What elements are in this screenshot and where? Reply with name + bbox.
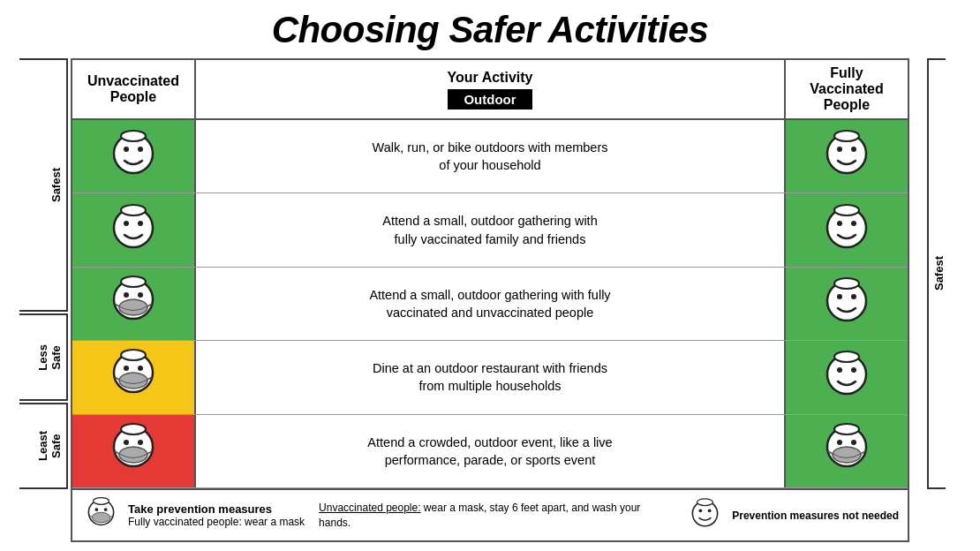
right-cell-1: [784, 120, 908, 192]
activity-text-2: Attend a small, outdoor gathering withfu…: [382, 212, 597, 248]
face-block-right-3: [786, 268, 908, 340]
svg-point-28: [124, 366, 129, 371]
left-cell-2: [72, 193, 196, 266]
less-safe-label-left: LessSafe: [36, 344, 63, 371]
table-row: Attend a crowded, outdoor event, like a …: [72, 415, 908, 488]
svg-point-53: [94, 508, 98, 511]
svg-point-48: [834, 424, 859, 434]
footer-prevention-text: Take prevention measures Fully vaccinate…: [128, 502, 305, 528]
footer-left: Take prevention measures Fully vaccinate…: [81, 495, 305, 535]
svg-point-15: [834, 205, 859, 215]
svg-point-14: [851, 221, 856, 226]
svg-point-2: [138, 147, 143, 152]
svg-point-35: [837, 367, 842, 373]
face-icon-right-5-masked: [816, 420, 878, 482]
footer-center: Unvaccinated people: wear a mask, stay 6…: [319, 501, 671, 531]
svg-point-31: [119, 373, 147, 389]
svg-point-46: [837, 440, 842, 445]
face-icon-right-3: [816, 273, 878, 335]
page: Choosing Safer Activities Safest LessSaf…: [0, 0, 980, 551]
your-activity-label: Your Activity: [448, 70, 533, 86]
activity-text-4: Dine at an outdoor restaurant with frien…: [373, 359, 607, 396]
table-row: Attend a small, outdoor gathering withfu…: [72, 193, 908, 267]
safest-label-left: Safest: [49, 168, 63, 202]
face-icon-right-4: [816, 346, 878, 408]
svg-point-47: [851, 440, 856, 445]
activity-cell-3: Attend a small, outdoor gathering with f…: [196, 268, 784, 340]
center-note: Unvaccinated people: wear a mask, stay 6…: [319, 502, 640, 529]
footer-no-mask-icon: [685, 495, 725, 535]
svg-point-5: [837, 147, 842, 152]
right-cell-2: [784, 193, 908, 266]
face-icon-right-1: [816, 125, 878, 187]
activity-cell-4: Dine at an outdoor restaurant with frien…: [196, 341, 784, 413]
activity-cell-1: Walk, run, or bike outdoors with members…: [196, 120, 784, 192]
svg-point-25: [851, 294, 856, 299]
svg-point-18: [138, 292, 143, 298]
face-block-left-4: [72, 341, 194, 413]
right-cell-4: [784, 341, 908, 413]
svg-point-37: [834, 351, 859, 362]
main-title: Choosing Safer Activities: [18, 9, 962, 51]
svg-point-36: [851, 367, 856, 373]
right-cell-5: [784, 415, 908, 487]
left-cell-4: [72, 341, 196, 413]
svg-point-19: [121, 276, 146, 287]
svg-point-17: [124, 292, 129, 298]
left-cell-5: [72, 415, 196, 487]
face-icon-left-3-masked: [102, 273, 164, 335]
svg-point-41: [121, 424, 146, 434]
svg-point-24: [837, 294, 842, 299]
face-icon-left-1: [102, 125, 164, 187]
face-block-left-1: [72, 120, 194, 192]
footer-mask-icon: [81, 495, 121, 535]
svg-point-60: [699, 509, 703, 512]
face-block-left-3: [72, 268, 194, 340]
least-safe-label-left: LeastSafe: [36, 431, 63, 461]
table-row: Dine at an outdoor restaurant with frien…: [72, 341, 908, 414]
face-block-left-2: [72, 193, 194, 266]
svg-point-30: [121, 350, 146, 360]
no-prevention-label: Prevention measures not needed: [732, 509, 899, 522]
svg-point-61: [708, 509, 712, 512]
left-cell-1: [72, 120, 196, 192]
svg-point-29: [138, 366, 143, 371]
safest-label-right: Safest: [932, 256, 946, 291]
activity-text-5: Attend a crowded, outdoor event, like a …: [367, 434, 612, 470]
table-row: Attend a small, outdoor gathering with f…: [72, 268, 908, 341]
activity-cell-2: Attend a small, outdoor gathering withfu…: [196, 193, 784, 266]
left-cell-3: [72, 268, 196, 340]
svg-point-1: [124, 147, 129, 152]
svg-point-55: [94, 498, 109, 505]
face-block-left-5: [72, 415, 194, 487]
label-least-safe-left: LeastSafe: [19, 403, 68, 489]
footer-right: Prevention measures not needed: [685, 495, 899, 535]
vaccinated-label: FullyVaccinatedPeople: [810, 65, 884, 113]
svg-point-49: [833, 447, 861, 463]
svg-point-39: [124, 440, 129, 445]
face-block-right-1: [786, 120, 908, 192]
right-cell-3: [784, 268, 908, 340]
face-block-right-4: [786, 341, 908, 413]
data-rows: Walk, run, or bike outdoors with members…: [72, 120, 908, 540]
left-safety-labels: Safest LessSafe LeastSafe: [19, 58, 68, 489]
activity-text-1: Walk, run, or bike outdoors with members…: [372, 139, 607, 175]
table-row: Walk, run, or bike outdoors with members…: [72, 120, 908, 193]
right-safety-labels: Safest: [912, 58, 961, 489]
face-block-right-2: [786, 193, 908, 266]
svg-point-10: [138, 221, 143, 226]
activity-header: Your Activity Outdoor: [196, 60, 784, 118]
svg-point-13: [837, 221, 842, 226]
svg-point-9: [124, 221, 129, 226]
svg-point-40: [138, 440, 143, 445]
outdoor-bar: Outdoor: [448, 89, 533, 109]
label-safest-left: Safest: [19, 58, 68, 312]
fully-vaccinated-note: Fully vaccinated people: wear a mask: [128, 516, 305, 528]
main-table: UnvaccinatedPeople Your Activity Outdoor…: [71, 58, 909, 542]
label-safest-right: Safest: [927, 58, 946, 489]
svg-point-6: [851, 147, 856, 152]
activity-text-3: Attend a small, outdoor gathering with f…: [369, 286, 610, 322]
unvaccinated-label: UnvaccinatedPeople: [87, 73, 179, 105]
svg-point-11: [121, 205, 146, 215]
svg-point-56: [92, 512, 110, 523]
